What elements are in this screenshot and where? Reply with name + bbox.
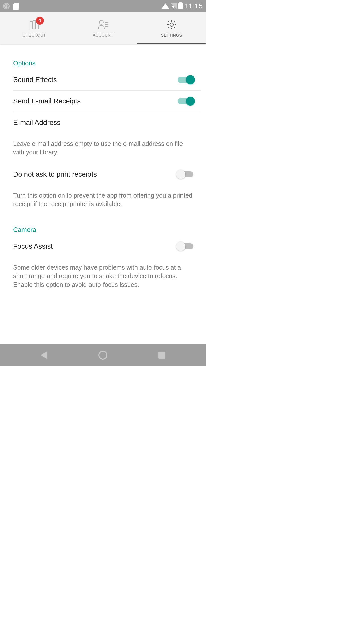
section-title-camera: Camera — [13, 226, 201, 234]
section-title-options: Options — [13, 59, 201, 67]
toggle-no-print[interactable] — [178, 171, 193, 177]
row-email-address[interactable]: E-mail Address — [13, 112, 201, 133]
toggle-sound-effects[interactable] — [178, 77, 193, 83]
recents-button[interactable] — [158, 352, 165, 359]
toggle-focus-assist[interactable] — [178, 243, 193, 249]
battery-icon — [178, 3, 183, 9]
checkout-badge: 4 — [36, 17, 44, 25]
label-no-print: Do not ask to print receipts — [13, 170, 97, 178]
tab-label-checkout: CHECKOUT — [23, 33, 46, 38]
row-no-print[interactable]: Do not ask to print receipts — [13, 164, 201, 185]
desc-focus-assist: Some older devices may have problems wit… — [13, 257, 201, 291]
signal-icon — [171, 3, 177, 9]
svg-rect-1 — [33, 20, 35, 29]
account-icon — [97, 19, 109, 31]
row-sound-effects[interactable]: Sound Effects — [13, 69, 201, 91]
svg-point-4 — [99, 20, 103, 24]
row-send-receipts[interactable]: Send E-mail Receipts — [13, 91, 201, 112]
label-send-receipts: Send E-mail Receipts — [13, 97, 81, 105]
gear-icon — [166, 19, 178, 31]
clock-text: 11:15 — [184, 2, 203, 10]
label-sound-effects: Sound Effects — [13, 76, 57, 84]
desc-email: Leave e-mail address empty to use the e-… — [13, 133, 201, 159]
tab-label-account: ACCOUNT — [93, 33, 113, 38]
svg-rect-0 — [30, 21, 32, 29]
back-button[interactable] — [41, 351, 47, 359]
toggle-send-receipts[interactable] — [178, 98, 193, 104]
home-button[interactable] — [98, 351, 107, 360]
tab-bar: 4 CHECKOUT ACCOUNT SETTINGS — [0, 12, 206, 44]
android-navbar — [0, 344, 206, 366]
tab-checkout[interactable]: 4 CHECKOUT — [0, 12, 69, 44]
tab-label-settings: SETTINGS — [161, 33, 182, 38]
books-icon: 4 — [28, 19, 40, 31]
settings-content: Options Sound Effects Send E-mail Receip… — [0, 59, 206, 296]
wifi-icon — [161, 3, 169, 9]
tab-settings[interactable]: SETTINGS — [137, 12, 206, 44]
tab-account[interactable]: ACCOUNT — [69, 12, 137, 44]
status-bar: 11:15 — [0, 0, 206, 12]
loading-icon — [3, 3, 10, 9]
label-email-address: E-mail Address — [13, 118, 60, 127]
sd-card-icon — [13, 3, 19, 10]
row-focus-assist[interactable]: Focus Assist — [13, 236, 201, 257]
svg-point-8 — [170, 23, 173, 26]
desc-no-print: Turn this option on to prevent the app f… — [13, 185, 201, 211]
label-focus-assist: Focus Assist — [13, 242, 53, 250]
